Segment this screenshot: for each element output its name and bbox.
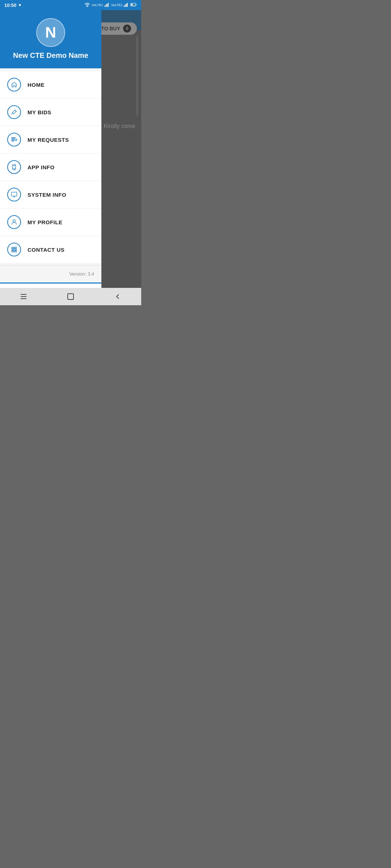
my-requests-label: MY REQUESTS bbox=[28, 137, 69, 143]
nav-back-button[interactable] bbox=[107, 288, 129, 305]
svg-rect-31 bbox=[12, 251, 13, 252]
avatar: N bbox=[36, 18, 65, 47]
sidebar-item-my-requests[interactable]: MY REQUESTS bbox=[0, 126, 101, 153]
svg-rect-14 bbox=[12, 137, 15, 138]
svg-rect-25 bbox=[12, 247, 13, 248]
dim-overlay[interactable] bbox=[101, 0, 141, 305]
status-bar: 10:50 ♥ VoLTE1 VoLTE2 bbox=[0, 0, 141, 10]
svg-rect-21 bbox=[12, 192, 17, 196]
svg-rect-10 bbox=[131, 4, 133, 6]
hammer-icon bbox=[10, 109, 18, 116]
system-info-icon-circle bbox=[7, 188, 21, 201]
drawer-panel: N New CTE Demo Name HOME bbox=[0, 0, 101, 305]
status-bar-left: 10:50 ♥ bbox=[4, 3, 21, 8]
sidebar-item-app-info[interactable]: APP INFO bbox=[0, 154, 101, 180]
svg-rect-15 bbox=[12, 139, 14, 140]
svg-rect-2 bbox=[106, 4, 106, 7]
svg-point-20 bbox=[14, 169, 14, 170]
svg-rect-29 bbox=[13, 249, 14, 250]
grid-icon bbox=[10, 246, 18, 253]
app-info-label: APP INFO bbox=[28, 164, 55, 170]
signal1-icon bbox=[105, 3, 110, 8]
svg-text:⚡: ⚡ bbox=[133, 4, 135, 7]
svg-rect-27 bbox=[15, 247, 16, 248]
battery-icon: ⚡ bbox=[130, 3, 137, 8]
svg-rect-33 bbox=[15, 251, 16, 252]
svg-rect-17 bbox=[13, 165, 16, 170]
contact-us-label: CONTACT US bbox=[28, 247, 64, 253]
svg-rect-1 bbox=[105, 5, 105, 7]
avatar-letter: N bbox=[45, 24, 56, 41]
svg-rect-26 bbox=[13, 247, 14, 248]
contact-icon-circle bbox=[7, 243, 21, 256]
svg-rect-6 bbox=[125, 4, 126, 7]
profile-icon-circle bbox=[7, 215, 21, 229]
signal2-icon bbox=[124, 3, 129, 8]
version-text: Version: 3.4 bbox=[0, 265, 101, 282]
home-label: HOME bbox=[28, 82, 45, 88]
nav-home-button[interactable] bbox=[60, 288, 81, 305]
sidebar-item-contact-us[interactable]: CONTACT US bbox=[0, 236, 101, 263]
lte2-icon: VoLTE2 bbox=[111, 3, 122, 7]
nav-bar bbox=[0, 288, 141, 305]
svg-rect-4 bbox=[108, 3, 109, 7]
svg-rect-28 bbox=[12, 249, 13, 250]
monitor-icon bbox=[10, 191, 18, 198]
svg-rect-3 bbox=[107, 4, 108, 7]
app-info-icon-circle bbox=[7, 160, 21, 174]
home-icon-circle bbox=[7, 78, 21, 92]
drawer-overlay: N New CTE Demo Name HOME bbox=[0, 0, 141, 305]
svg-point-0 bbox=[87, 7, 88, 7]
square-icon bbox=[66, 292, 75, 301]
status-time: 10:50 bbox=[4, 3, 16, 8]
drawer-user-name: New CTE Demo Name bbox=[13, 51, 88, 60]
my-bids-label: MY BIDS bbox=[28, 109, 51, 115]
phone-icon bbox=[10, 163, 18, 171]
sidebar-item-my-bids[interactable]: MY BIDS bbox=[0, 99, 101, 125]
user-icon bbox=[10, 218, 18, 226]
bids-icon-circle bbox=[7, 105, 21, 119]
svg-rect-41 bbox=[68, 294, 73, 299]
sidebar-item-my-profile[interactable]: MY PROFILE bbox=[0, 209, 101, 235]
menu-icon bbox=[19, 292, 28, 301]
wifi-icon bbox=[84, 3, 90, 8]
requests-icon-circle bbox=[7, 133, 21, 146]
svg-rect-16 bbox=[12, 141, 14, 141]
my-profile-label: MY PROFILE bbox=[28, 219, 62, 225]
svg-rect-8 bbox=[127, 3, 128, 7]
drawer-header: N New CTE Demo Name bbox=[0, 0, 101, 68]
back-icon bbox=[113, 292, 122, 301]
sidebar-item-system-info[interactable]: SYSTEM INFO bbox=[0, 181, 101, 208]
home-icon bbox=[10, 81, 18, 88]
drawer-menu: HOME MY BIDS bbox=[0, 68, 101, 265]
svg-rect-5 bbox=[124, 5, 125, 7]
lte1-icon: VoLTE1 bbox=[92, 3, 103, 7]
heart-icon: ♥ bbox=[18, 3, 21, 8]
sidebar-item-home[interactable]: HOME bbox=[0, 71, 101, 98]
edit-icon bbox=[10, 136, 18, 143]
svg-point-24 bbox=[13, 220, 16, 222]
system-info-label: SYSTEM INFO bbox=[28, 192, 66, 198]
status-bar-right: VoLTE1 VoLTE2 ⚡ bbox=[84, 3, 137, 8]
svg-rect-30 bbox=[15, 249, 16, 250]
svg-rect-7 bbox=[126, 4, 127, 7]
svg-rect-32 bbox=[13, 251, 14, 252]
nav-menu-button[interactable] bbox=[13, 288, 34, 305]
